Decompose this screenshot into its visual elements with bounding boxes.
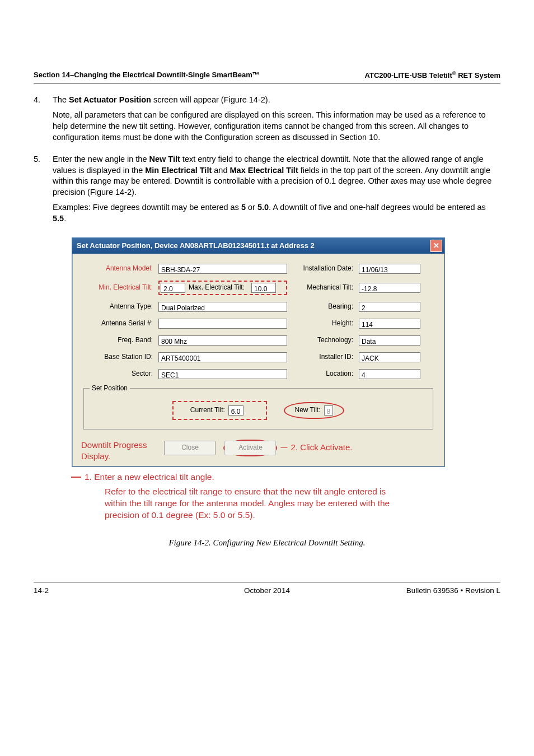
field-antenna-type[interactable]: Dual Polarized — [158, 302, 287, 312]
set-position-legend: Set Position — [90, 384, 130, 393]
t: or — [246, 203, 257, 212]
step-5-examples: Examples: Five degrees downtilt may be e… — [53, 202, 500, 224]
running-head-right: ATC200-LITE-USB Teletilt® RET System — [365, 70, 500, 81]
note-2: Refer to the electrical tilt range to en… — [105, 486, 407, 521]
field-freq[interactable]: 800 Mhz — [158, 335, 287, 346]
t: and — [212, 166, 229, 175]
t: . A downtilt of five and one-half degree… — [269, 203, 486, 212]
figure-caption: Figure 14-2. Configuring New Electrical … — [34, 537, 500, 548]
step-5-number: 5. — [34, 154, 53, 228]
label-antenna-type: Antenna Type: — [83, 302, 156, 311]
close-button[interactable]: Close — [164, 441, 216, 455]
label-max-tilt: Max. Electrical Tilt: — [189, 283, 248, 292]
t: screen will appear (Figure 14-2). — [151, 95, 270, 104]
label-install-date: Installation Date: — [289, 264, 357, 273]
field-install-date[interactable]: 11/06/13 — [359, 264, 420, 274]
t: Set Actuator Position — [69, 95, 151, 104]
note-1: 1. Enter a new electrical tilt angle. — [71, 472, 500, 483]
t: The — [53, 95, 69, 104]
set-position-group: Set Position Current Tilt: 6.0 New Tilt:… — [83, 388, 433, 430]
tilt-range-highlight: 2.0 Max. Electrical Tilt: 10.0 — [158, 281, 287, 295]
field-new-tilt[interactable]: 8 — [324, 405, 334, 416]
field-mech-tilt[interactable]: -12.8 — [359, 283, 420, 293]
callout-click-activate: 2. Click Activate. — [291, 442, 352, 453]
label-antenna-model: Antenna Model: — [83, 264, 156, 273]
t: 5.0 — [257, 203, 269, 212]
label-min-tilt: Min. Electrical Tilt: — [83, 283, 156, 292]
label-freq: Freq. Band: — [83, 335, 156, 344]
label-mech-tilt: Mechanical Tilt: — [289, 283, 357, 292]
rh-right-suffix: RET System — [456, 71, 500, 80]
field-height[interactable]: 114 — [359, 319, 420, 329]
figure-wrap: Set Actuator Position, Device AN08ARTLAB… — [34, 237, 500, 522]
t: . — [64, 214, 66, 223]
field-min-tilt[interactable]: 2.0 — [161, 283, 185, 293]
label-new-tilt: New Tilt: — [295, 405, 321, 414]
label-serial: Antenna Serial #: — [83, 319, 156, 328]
new-tilt-highlight: New Tilt: 8 — [284, 402, 345, 419]
field-serial[interactable] — [158, 319, 287, 329]
field-location[interactable]: 4 — [359, 369, 420, 379]
field-bearing[interactable]: 2 — [359, 302, 420, 312]
step-4-line2: Note, all parameters that can be configu… — [53, 110, 500, 143]
field-sector[interactable]: SEC1 — [158, 369, 287, 379]
label-current-tilt: Current Tilt: — [190, 405, 225, 414]
step-4-line1: The Set Actuator Position screen will ap… — [53, 95, 500, 106]
dialog-window: Set Actuator Position, Device AN08ARTLAB… — [72, 237, 445, 467]
t: Min Electrical Tilt — [145, 166, 212, 175]
figure-notes: 1. Enter a new electrical tilt angle. Re… — [87, 472, 500, 522]
field-current-tilt: 6.0 — [228, 405, 243, 416]
label-bs-id: Base Station ID: — [83, 352, 156, 361]
activate-button[interactable]: Activate — [224, 441, 276, 455]
footer-right: Bulletin 639536 • Revision L — [406, 586, 500, 596]
page: Section 14–Changing the Electrical Downt… — [0, 0, 534, 756]
label-sector: Sector: — [83, 369, 156, 378]
current-tilt-highlight: Current Tilt: 6.0 — [172, 401, 267, 420]
label-location: Location: — [289, 369, 357, 378]
t: Max Electrical Tilt — [230, 166, 298, 175]
step-5-line1: Enter the new angle in the New Tilt text… — [53, 154, 500, 198]
running-head-left: Section 14–Changing the Electrical Downt… — [34, 70, 260, 81]
field-tech[interactable]: Data — [359, 335, 420, 346]
t: 5 — [241, 203, 246, 212]
field-installer[interactable]: JACK — [359, 352, 420, 362]
field-max-tilt[interactable]: 10.0 — [251, 283, 276, 293]
t: New Tilt — [149, 155, 180, 164]
label-tech: Technology: — [289, 335, 357, 344]
note-1-text: 1. Enter a new electrical tilt angle. — [85, 472, 214, 482]
footer-center: October 2014 — [244, 586, 290, 596]
dialog-title: Set Actuator Position, Device AN08ARTLAB… — [77, 241, 315, 251]
label-installer: Installer ID: — [289, 352, 357, 361]
running-head: Section 14–Changing the Electrical Downt… — [34, 70, 500, 83]
label-bearing: Bearing: — [289, 302, 357, 311]
button-row: Downtilt Progress Display. Close Activat… — [83, 440, 433, 456]
rh-right-prefix: ATC200-LITE-USB Teletilt — [365, 71, 452, 80]
field-bs-id[interactable]: ART5400001 — [158, 352, 287, 362]
step-4-number: 4. — [34, 95, 53, 147]
dialog-titlebar: Set Actuator Position, Device AN08ARTLAB… — [72, 238, 444, 254]
field-antenna-model[interactable]: SBH-3DA-27 — [158, 264, 287, 274]
t: Enter the new angle in the — [53, 155, 149, 164]
page-footer: 14-2 October 2014 Bulletin 639536 • Revi… — [34, 582, 500, 596]
close-icon[interactable]: ✕ — [430, 240, 442, 252]
footer-left: 14-2 — [34, 586, 49, 596]
step-4: 4. The Set Actuator Position screen will… — [34, 95, 500, 147]
dialog-body: Antenna Model: SBH-3DA-27 Installation D… — [72, 254, 444, 466]
step-5: 5. Enter the new angle in the New Tilt t… — [34, 154, 500, 228]
t: Examples: Five degrees downtilt may be e… — [53, 203, 241, 212]
label-height: Height: — [289, 319, 357, 328]
form-grid: Antenna Model: SBH-3DA-27 Installation D… — [83, 264, 433, 379]
callout-progress: Downtilt Progress Display. — [81, 440, 171, 463]
t: 5.5 — [53, 214, 64, 223]
registered-mark: ® — [452, 71, 456, 76]
